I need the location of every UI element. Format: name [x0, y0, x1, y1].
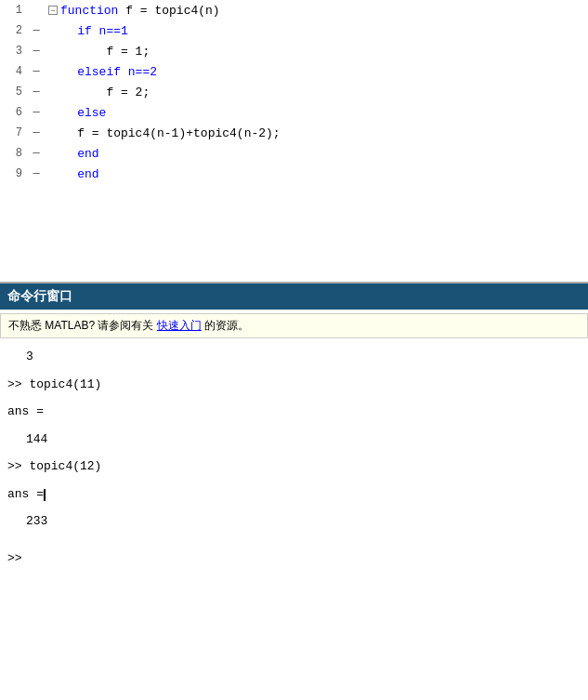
cmd-value-line: 144: [7, 430, 581, 449]
cmd-ans-cursor-line: ans =: [7, 485, 581, 504]
code-token: else: [48, 106, 106, 120]
cmd-notice-text: 不熟悉 MATLAB? 请参阅有关: [8, 319, 153, 332]
cmd-ans-text: ans =: [7, 487, 44, 501]
code-token: f = topic4(n): [118, 4, 219, 18]
line-number: 3: [0, 41, 28, 61]
cmd-notice-link[interactable]: 快速入门: [157, 319, 202, 332]
code-line: 5— f = 2;: [0, 82, 588, 102]
code-content: f = 1;: [45, 41, 588, 61]
line-dash: [28, 0, 45, 20]
code-line: 9— end: [0, 164, 588, 184]
cmd-blank-line: [7, 476, 581, 485]
cmd-blank-line: [7, 448, 581, 457]
code-content: f = topic4(n-1)+topic4(n-2);: [45, 123, 588, 143]
line-dash: —: [28, 61, 45, 82]
cmd-notice-bar: 不熟悉 MATLAB? 请参阅有关 快速入门 的资源。: [0, 313, 588, 338]
cmd-value-line: 233: [7, 512, 581, 531]
cmd-blank-line: [7, 531, 581, 540]
command-window: 命令行窗口 不熟悉 MATLAB? 请参阅有关 快速入门 的资源。 3>> to…: [0, 284, 588, 700]
cmd-value-line: 3: [7, 348, 581, 366]
line-number: 1: [0, 0, 28, 20]
cmd-window-header: 命令行窗口: [0, 284, 588, 310]
cmd-prompt-symbol: >>: [7, 551, 22, 565]
line-dash: —: [28, 123, 45, 143]
code-table: 1−function f = topic4(n)2— if n==13— f =…: [0, 0, 588, 184]
code-line: 7— f = topic4(n-1)+topic4(n-2);: [0, 123, 588, 143]
cmd-active-prompt[interactable]: >>: [7, 549, 581, 568]
cursor: [44, 489, 46, 501]
line-dash: —: [28, 164, 45, 184]
code-content: f = 2;: [45, 82, 588, 102]
code-content: if n==1: [45, 20, 588, 41]
code-content: −function f = topic4(n): [45, 0, 588, 20]
code-line: 1−function f = topic4(n): [0, 0, 588, 20]
cmd-blank-line: [7, 338, 581, 348]
code-token: f = 2;: [48, 86, 150, 99]
code-token: f = 1;: [48, 45, 150, 59]
line-dash: —: [28, 143, 45, 164]
code-line: 3— f = 1;: [0, 41, 588, 61]
code-content: end: [45, 164, 588, 184]
cmd-prompt-line[interactable]: >> topic4(11): [7, 376, 581, 394]
cmd-ans-line: ans =: [7, 403, 581, 421]
line-number: 9: [0, 164, 28, 184]
cmd-blank-line: [7, 503, 581, 512]
cmd-blank-line: [7, 366, 581, 376]
cmd-blank-line: [7, 393, 581, 403]
line-number: 6: [0, 102, 28, 123]
cmd-header-label: 命令行窗口: [7, 288, 72, 305]
code-token: end: [48, 167, 99, 181]
collapse-icon[interactable]: −: [48, 6, 58, 15]
line-number: 4: [0, 61, 28, 82]
code-content: end: [45, 143, 588, 164]
line-number: 5: [0, 82, 28, 102]
code-editor[interactable]: 1−function f = topic4(n)2— if n==13— f =…: [0, 0, 588, 284]
code-line: 8— end: [0, 143, 588, 164]
code-line: 4— elseif n==2: [0, 61, 588, 82]
line-dash: —: [28, 102, 45, 123]
cmd-body-section[interactable]: 不熟悉 MATLAB? 请参阅有关 快速入门 的资源。 3>> topic4(1…: [0, 310, 588, 700]
cmd-notice-suffix: 的资源。: [204, 319, 249, 332]
code-token: if n==1: [48, 24, 128, 38]
code-token: elseif n==2: [48, 65, 157, 79]
line-dash: —: [28, 41, 45, 61]
code-content: elseif n==2: [45, 61, 588, 82]
line-dash: —: [28, 20, 45, 41]
cmd-prompt-line[interactable]: >> topic4(12): [7, 457, 581, 476]
line-number: 2: [0, 20, 28, 41]
line-number: 7: [0, 123, 28, 143]
code-line: 2— if n==1: [0, 20, 588, 41]
line-number: 8: [0, 143, 28, 164]
code-token: f = topic4(n-1)+topic4(n-2);: [48, 126, 281, 140]
code-content: else: [45, 102, 588, 123]
code-line: 6— else: [0, 102, 588, 123]
cmd-output-area[interactable]: 3>> topic4(11)ans =144>> topic4(12)ans =…: [0, 338, 588, 567]
cmd-blank-line: [7, 540, 581, 549]
code-token: function: [60, 4, 118, 18]
code-token: end: [48, 147, 99, 161]
cmd-blank-line: [7, 421, 581, 430]
line-dash: —: [28, 82, 45, 102]
